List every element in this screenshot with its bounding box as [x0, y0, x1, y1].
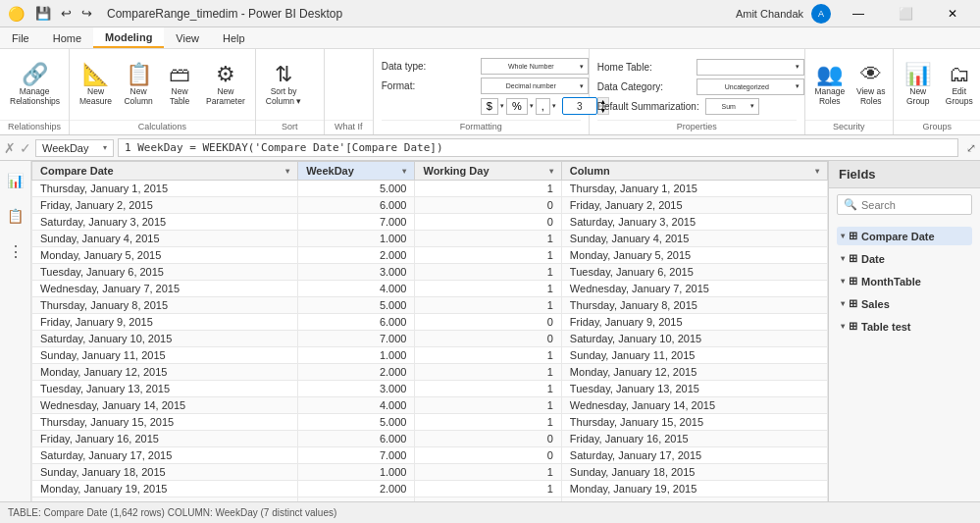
percent-button[interactable]: %: [506, 98, 528, 115]
summarization-dropdown[interactable]: Sum ▾: [705, 98, 759, 115]
quick-access-redo[interactable]: ↪: [78, 6, 95, 21]
dollar-button[interactable]: $: [481, 98, 498, 115]
title-bar-left: 🟡 💾 ↩ ↪ CompareRange_timedim - Power BI …: [8, 6, 342, 22]
col-filter-arrow-weekday[interactable]: ▾: [402, 167, 406, 176]
table-cell: Tuesday, January 20, 2015: [561, 497, 827, 502]
new-table-button[interactable]: 🗃 NewTable: [161, 61, 198, 109]
left-nav-report-icon[interactable]: 📊: [4, 169, 27, 192]
left-nav-model-icon[interactable]: ⋮: [4, 239, 27, 263]
new-group-button[interactable]: 📊 NewGroup: [900, 61, 937, 109]
manage-relationships-button[interactable]: 🔗 ManageRelationships: [6, 61, 63, 109]
edit-groups-button[interactable]: 🗂 EditGroups: [941, 61, 978, 109]
table-cell: Tuesday, January 6, 2015: [32, 264, 298, 281]
calculations-section-label: Calculations: [70, 120, 255, 132]
hometable-dropdown[interactable]: ▾: [696, 59, 804, 76]
search-input[interactable]: [861, 199, 980, 211]
new-measure-button[interactable]: 📐 NewMeasure: [76, 61, 116, 109]
user-name: Amit Chandak: [736, 8, 803, 20]
table-cell: 7.000: [298, 447, 415, 464]
manage-relationships-icon: 🔗: [22, 63, 48, 86]
table-icon: ⊞: [849, 252, 857, 265]
table-row: Friday, January 16, 20156.0000Friday, Ja…: [32, 431, 828, 447]
col-header-compare-date[interactable]: Compare Date ▾: [32, 162, 298, 181]
maximize-button[interactable]: ⬜: [886, 0, 925, 27]
table-cell: 2.000: [298, 481, 415, 497]
table-cell: Thursday, January 1, 2015: [32, 181, 298, 197]
sort-by-column-button[interactable]: ⇅ Sort byColumn ▾: [262, 61, 306, 109]
col-header-column[interactable]: Column ▾: [561, 162, 827, 181]
field-group-header-sales[interactable]: ▾⊞Sales: [837, 294, 972, 313]
table-cell: 4.000: [298, 281, 415, 297]
view-roles-button[interactable]: 👁 View asRoles: [852, 61, 890, 109]
table-cell: Monday, January 19, 2015: [561, 481, 827, 497]
col-filter-arrow-working-day[interactable]: ▾: [549, 167, 553, 176]
menu-view[interactable]: View: [164, 27, 211, 48]
formula-expand-icon[interactable]: ⤢: [966, 141, 976, 155]
table-cell: Sunday, January 11, 2015: [32, 347, 298, 364]
formula-expression[interactable]: 1 WeekDay = WEEKDAY('Compare Date'[Compa…: [118, 138, 958, 157]
new-column-label: NewColumn: [124, 86, 152, 106]
table-cell: 2.000: [298, 364, 415, 381]
col-filter-arrow-column[interactable]: ▾: [815, 167, 819, 176]
menu-home[interactable]: Home: [41, 27, 93, 48]
comma-button[interactable]: ,: [536, 98, 550, 115]
view-roles-label: View asRoles: [856, 86, 886, 106]
view-roles-icon: 👁: [860, 63, 882, 86]
window-title: CompareRange_timedim - Power BI Desktop: [107, 7, 342, 21]
minimize-button[interactable]: —: [839, 0, 878, 27]
table-row: Monday, January 5, 20152.0001Monday, Jan…: [32, 247, 828, 264]
table-row: Saturday, January 3, 20157.0000Saturday,…: [32, 214, 828, 231]
table-cell: 3.000: [298, 497, 415, 502]
field-group-label: Sales: [861, 298, 890, 310]
col-header-weekday[interactable]: WeekDay ▾: [298, 162, 415, 181]
table-cell: 0: [415, 214, 561, 231]
new-column-button[interactable]: 📋 NewColumn: [120, 61, 157, 109]
col-header-working-day[interactable]: Working Day ▾: [415, 162, 561, 181]
formula-confirm-icon[interactable]: ✓: [20, 140, 31, 156]
field-group-label: Table test: [861, 321, 911, 333]
window-icon: 🟡: [8, 6, 25, 22]
menu-modeling[interactable]: Modeling: [93, 27, 164, 48]
dollar-arrow[interactable]: ▾: [500, 102, 504, 110]
summarization-value: Sum: [722, 103, 736, 110]
table-cell: Sunday, January 18, 2015: [561, 464, 827, 481]
table-cell: Tuesday, January 6, 2015: [561, 264, 827, 281]
close-button[interactable]: ✕: [933, 0, 972, 27]
table-cell: Sunday, January 4, 2015: [561, 231, 827, 247]
format-value: Decimal number: [506, 82, 556, 89]
field-group: ▾⊞MonthTable: [829, 270, 980, 292]
quick-access-save[interactable]: 💾: [32, 6, 54, 21]
format-dropdown[interactable]: Decimal number ▾: [481, 78, 589, 94]
table-row: Friday, January 2, 20156.0000Friday, Jan…: [32, 197, 828, 214]
menu-file[interactable]: File: [0, 27, 41, 48]
new-table-icon: 🗃: [169, 63, 190, 86]
col-filter-arrow-compare-date[interactable]: ▾: [285, 167, 289, 176]
main-area: 📊 📋 ⋮ Compare Date ▾: [0, 161, 980, 501]
comma-arrow[interactable]: ▾: [552, 102, 556, 110]
new-parameter-button[interactable]: ⚙ NewParameter: [202, 61, 249, 109]
datatype-label: Data type:: [382, 61, 475, 72]
datatype-value: Whole Number: [508, 63, 554, 70]
table-cell: Tuesday, January 13, 2015: [561, 381, 827, 397]
manage-relationships-label: ManageRelationships: [10, 86, 59, 106]
left-nav-data-icon[interactable]: 📋: [4, 204, 27, 228]
field-group-header-date[interactable]: ▾⊞Date: [837, 249, 972, 268]
format-arrow: ▾: [580, 82, 584, 90]
datatype-dropdown[interactable]: Whole Number ▾: [481, 58, 589, 75]
field-group-header-monthtable[interactable]: ▾⊞MonthTable: [837, 272, 972, 290]
table-row: Sunday, January 18, 20151.0001Sunday, Ja…: [32, 464, 828, 481]
percent-arrow[interactable]: ▾: [530, 102, 534, 110]
field-group-header-table-test[interactable]: ▾⊞Table test: [837, 317, 972, 336]
menu-help[interactable]: Help: [211, 27, 257, 48]
quick-access-undo[interactable]: ↩: [58, 6, 75, 21]
data-table-container[interactable]: Compare Date ▾ WeekDay ▾: [31, 161, 828, 501]
table-cell: Saturday, January 17, 2015: [32, 447, 298, 464]
datacategory-dropdown[interactable]: Uncategorized ▾: [696, 78, 804, 95]
sort-icon: ⇅: [275, 63, 292, 86]
formula-cancel-icon[interactable]: ✗: [4, 140, 16, 156]
field-group-header-compare-date[interactable]: ▾⊞Compare Date: [837, 227, 972, 245]
manage-roles-button[interactable]: 👥 ManageRoles: [811, 61, 849, 109]
table-cell: Friday, January 16, 2015: [561, 431, 827, 447]
new-group-label: NewGroup: [906, 86, 930, 106]
search-box[interactable]: 🔍: [837, 194, 972, 215]
